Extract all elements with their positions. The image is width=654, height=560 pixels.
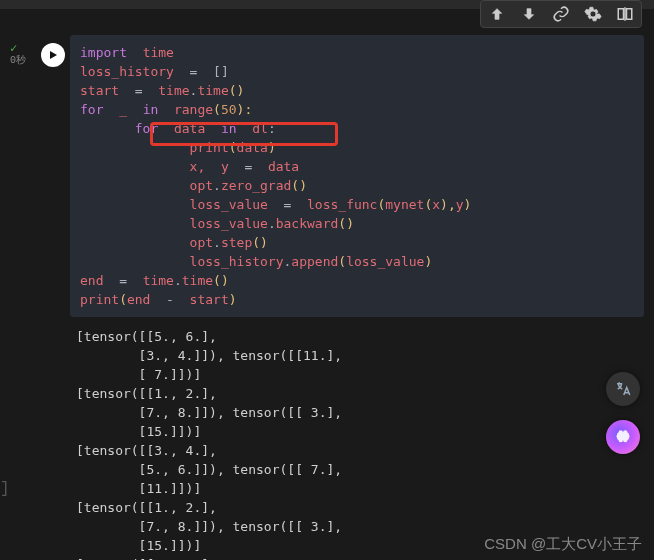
code-line-4: for _ in range(50): <box>80 100 634 119</box>
code-line-8: opt.zero_grad() <box>80 176 634 195</box>
execution-time: 0秒 <box>10 55 36 67</box>
code-line-6: print(data) <box>80 138 634 157</box>
floating-actions <box>606 372 640 454</box>
mirror-icon[interactable] <box>615 4 635 24</box>
check-icon: ✓ <box>10 43 36 55</box>
svg-rect-0 <box>618 9 623 20</box>
code-line-1: import time <box>80 43 634 62</box>
code-line-2: loss_history = [] <box>80 62 634 81</box>
translate-icon[interactable] <box>606 372 640 406</box>
execution-status: ✓ 0秒 <box>0 9 36 67</box>
output-area: [tensor([[5., 6.], [3., 4.]]), tensor([[… <box>70 317 644 560</box>
link-icon[interactable] <box>551 4 571 24</box>
code-line-9: loss_value = loss_func(mynet(x),y) <box>80 195 634 214</box>
brain-icon[interactable] <box>606 420 640 454</box>
code-line-10: loss_value.backward() <box>80 214 634 233</box>
code-line-3: start = time.time() <box>80 81 634 100</box>
code-line-7: x, y = data <box>80 157 634 176</box>
code-editor[interactable]: import time loss_history = [] start = ti… <box>70 35 644 317</box>
arrow-up-icon[interactable] <box>487 4 507 24</box>
run-button[interactable] <box>41 43 65 67</box>
gear-icon[interactable] <box>583 4 603 24</box>
code-cell: ✓ 0秒 import time loss_history = [] start… <box>0 9 654 317</box>
svg-rect-1 <box>627 9 632 20</box>
code-line-5: for data in dl: <box>80 119 634 138</box>
code-line-11: opt.step() <box>80 233 634 252</box>
code-line-12: loss_history.append(loss_value) <box>80 252 634 271</box>
arrow-down-icon[interactable] <box>519 4 539 24</box>
cell-toolbar <box>480 0 642 28</box>
code-line-13: end = time.time() <box>80 271 634 290</box>
code-line-14: print(end - start) <box>80 290 634 309</box>
side-fragment: ] <box>0 480 12 512</box>
